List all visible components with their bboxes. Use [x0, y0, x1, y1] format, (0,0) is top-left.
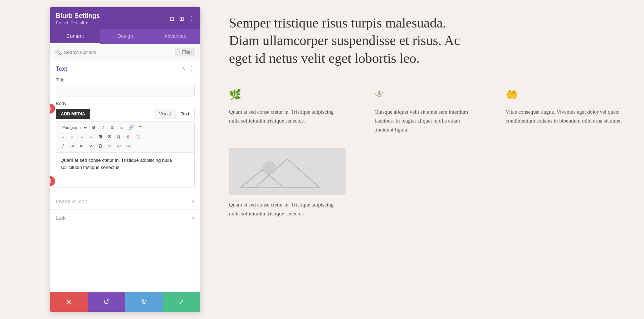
justify-button[interactable]: ≡ — [87, 133, 95, 141]
redo-footer-button[interactable]: ↻ — [125, 292, 163, 312]
panel-body: Text ∧ ⋮ Title Body ADD MEDIA Visual T — [50, 60, 200, 292]
text-color-button[interactable]: A — [124, 133, 132, 141]
blurb-text-1: Quam at sed conse ctetur in. Tristique a… — [229, 108, 346, 125]
add-media-button[interactable]: ADD MEDIA — [56, 109, 90, 119]
text-section-more-icon[interactable]: ⋮ — [189, 65, 195, 72]
filter-button[interactable]: + Filter — [175, 48, 195, 56]
link-header[interactable]: Link ∨ — [50, 210, 200, 226]
tab-design[interactable]: Design — [100, 29, 150, 44]
panel-preset[interactable]: Preset: Default ▾ — [56, 20, 100, 25]
search-icon: 🔍 — [55, 49, 61, 55]
link-button[interactable]: 🔗 — [127, 124, 135, 131]
blurb-text-3: Vitae consequat augue. Vivamus eget dolo… — [506, 108, 623, 125]
section-controls: ∧ ⋮ — [182, 65, 195, 72]
image-icon-title: Image & Icon — [56, 198, 87, 204]
paragraph-select[interactable]: Paragraph — [59, 124, 88, 131]
blurb-grid-bottom: Quam at sed conse ctetur in. Tristique a… — [229, 141, 623, 225]
confirm-button[interactable]: ✓ — [163, 292, 200, 312]
fullscreen-button[interactable]: ⤢ — [87, 142, 95, 150]
more-options-icon[interactable]: ⋮ — [189, 15, 195, 22]
toolbar-row-1: Paragraph B I ≡ ≡ 🔗 ❝ — [59, 124, 191, 131]
blurb-item-1: 🌿 Quam at sed conse ctetur in. Tristique… — [229, 81, 360, 141]
blurb-bottom-2 — [360, 141, 492, 225]
panel-search: 🔍 + Filter — [50, 44, 200, 60]
link-chevron-icon[interactable]: ∨ — [191, 215, 195, 221]
emoji-button[interactable]: ☺ — [106, 142, 113, 150]
ol-button[interactable]: ≡ — [118, 124, 126, 131]
underline-button[interactable]: U — [115, 133, 123, 141]
text-section-header: Text ∧ ⋮ — [50, 60, 200, 77]
blurb-icon-1: 🌿 — [229, 89, 346, 100]
blurb-icon-2: 👁 — [375, 89, 477, 100]
text-section-collapse-icon[interactable]: ∧ — [182, 66, 185, 72]
panel-header-left: Blurb Settings Preset: Default ▾ — [56, 12, 100, 25]
settings-panel: 1 2 Blurb Settings Preset: Default ▾ ⊡ ⊞… — [50, 7, 200, 312]
undo-button[interactable]: ↩ — [115, 142, 123, 150]
content-area: Semper tristique risus turpis malesuada.… — [200, 0, 644, 319]
tab-content[interactable]: Content — [50, 29, 100, 44]
focus-icon[interactable]: ⊡ — [170, 15, 174, 22]
blurb-bottom-text-1: Quam at sed conse ctetur in. Tristique a… — [229, 200, 346, 218]
quote-button[interactable]: ❝ — [136, 124, 144, 131]
blurb-icon-3: 🤲 — [506, 89, 623, 100]
paste-button[interactable]: 📋 — [133, 133, 141, 141]
image-icon-header[interactable]: Image & Icon ∨ — [50, 193, 200, 209]
image-icon-chevron-icon[interactable]: ∨ — [191, 199, 195, 204]
cancel-button[interactable]: ✕ — [50, 292, 88, 312]
placeholder-image — [229, 148, 346, 195]
align-left-button[interactable]: ≡ — [59, 133, 67, 141]
undo-footer-button[interactable]: ↺ — [88, 292, 125, 312]
visual-text-tabs: Visual Text — [154, 109, 195, 119]
table-button[interactable]: ⊞ — [96, 133, 104, 141]
visual-tab[interactable]: Visual — [154, 109, 176, 119]
panel-tabs: Content Design Advanced — [50, 29, 200, 44]
hero-text: Semper tristique risus turpis malesuada.… — [229, 14, 479, 67]
blurb-item-2: 👁 Quisque aliquet velit sit amet sem int… — [360, 81, 492, 141]
bold-button[interactable]: B — [90, 124, 98, 131]
outdent-button[interactable]: ⇤ — [78, 142, 86, 150]
body-label: Body — [56, 101, 195, 106]
blurb-grid-top: 🌿 Quam at sed conse ctetur in. Tristique… — [229, 81, 623, 141]
body-section: Body ADD MEDIA Visual Text Paragraph B I — [50, 101, 200, 193]
link-section: Link ∨ — [50, 210, 200, 226]
strikethrough-button[interactable]: S — [106, 133, 113, 141]
rich-toolbar: Paragraph B I ≡ ≡ 🔗 ❝ ≡ ≡ ≡ ≡ ⊞ — [56, 121, 195, 152]
redo-button[interactable]: ↪ — [124, 142, 132, 150]
search-input[interactable] — [64, 50, 172, 55]
panel-footer: ✕ ↺ ↻ ✓ — [50, 292, 200, 312]
align-right-button[interactable]: ≡ — [78, 133, 86, 141]
italic-button[interactable]: I — [99, 124, 107, 131]
tab-advanced[interactable]: Advanced — [150, 29, 200, 44]
text-section-title: Text — [56, 66, 67, 72]
image-icon-section: Image & Icon ∨ — [50, 193, 200, 210]
blurb-bottom-1: Quam at sed conse ctetur in. Tristique a… — [229, 141, 360, 225]
editor-content[interactable]: Quam at sed conse ctetur in. Tristique a… — [56, 152, 195, 188]
link-title: Link — [56, 215, 66, 221]
text-section: Text ∧ ⋮ Title Body ADD MEDIA Visual T — [50, 60, 200, 193]
panel-title: Blurb Settings — [56, 12, 100, 20]
italic2-button[interactable]: I — [59, 142, 67, 150]
title-field: Title — [50, 77, 200, 101]
indent-button[interactable]: ⇥ — [68, 142, 76, 150]
ul-button[interactable]: ≡ — [108, 124, 116, 131]
toolbar-row-2: ≡ ≡ ≡ ≡ ⊞ S U A 📋 — [59, 133, 191, 141]
editor-toolbar-top: ADD MEDIA Visual Text — [56, 109, 195, 119]
panel-header-right: ⊡ ⊞ ⋮ — [170, 15, 195, 22]
blurb-text-2: Quisque aliquet velit sit amet sem inter… — [375, 108, 477, 134]
svg-point-3 — [263, 161, 276, 174]
toolbar-row-3: I ⇥ ⇤ ⤢ Ω ☺ ↩ ↪ — [59, 142, 191, 150]
blurb-bottom-3 — [491, 141, 623, 225]
text-tab[interactable]: Text — [176, 109, 194, 119]
align-center-button[interactable]: ≡ — [68, 133, 76, 141]
blurb-item-3: 🤲 Vitae consequat augue. Vivamus eget do… — [491, 81, 623, 141]
columns-icon[interactable]: ⊞ — [179, 15, 184, 22]
panel-header: Blurb Settings Preset: Default ▾ ⊡ ⊞ ⋮ — [50, 7, 200, 29]
omega-button[interactable]: Ω — [96, 142, 104, 150]
title-label: Title — [56, 77, 195, 83]
title-input[interactable] — [56, 85, 195, 96]
